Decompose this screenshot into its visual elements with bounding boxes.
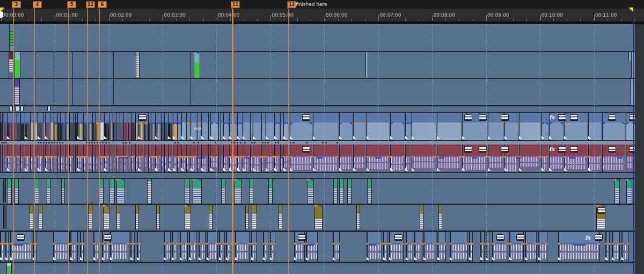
video-clip[interactable] (243, 113, 250, 140)
audio-clip[interactable] (538, 232, 547, 262)
audio-clip[interactable] (17, 145, 20, 172)
audio-clip[interactable] (367, 232, 382, 262)
audio-clip[interactable] (138, 145, 143, 172)
clip-menu-icon[interactable] (558, 146, 566, 153)
track-mini-2[interactable] (0, 173, 635, 178)
audio-clip[interactable] (412, 145, 436, 172)
keyframe-dot[interactable] (62, 142, 63, 143)
audio-clip[interactable] (70, 232, 78, 262)
audio-clip[interactable] (414, 232, 422, 262)
clip[interactable] (99, 179, 103, 204)
video-clip[interactable] (74, 113, 75, 140)
audio-clip[interactable] (130, 232, 135, 262)
keyframe-dot[interactable] (293, 142, 295, 143)
audio-clip[interactable] (612, 232, 620, 262)
audio-clip[interactable] (480, 232, 485, 262)
video-clip[interactable] (339, 113, 352, 140)
keyframe-dot[interactable] (48, 142, 50, 143)
video-clip[interactable] (13, 113, 16, 140)
audio-clip[interactable] (605, 232, 610, 262)
audio-clip[interactable] (270, 232, 275, 262)
audio-clip[interactable] (199, 232, 206, 262)
clip[interactable] (16, 106, 18, 112)
audio-clip[interactable] (43, 145, 45, 172)
clip[interactable] (252, 205, 256, 230)
video-clip[interactable] (96, 113, 99, 140)
clip-menu-icon[interactable] (629, 114, 635, 121)
video-clip[interactable] (280, 113, 283, 140)
keyframe-dot[interactable] (3, 142, 5, 143)
video-clip[interactable] (109, 113, 112, 140)
clip[interactable] (630, 79, 635, 105)
keyframe-dot[interactable] (306, 142, 308, 143)
keyframe-dot[interactable] (237, 142, 238, 143)
audio-clip[interactable] (274, 145, 280, 172)
audio-clip[interactable] (13, 145, 16, 172)
audio-clip[interactable] (164, 232, 171, 262)
keyframe-dot[interactable] (56, 142, 58, 143)
video-clip[interactable] (38, 113, 42, 140)
track-audio-4[interactable]: fx (0, 232, 635, 262)
audio-clip[interactable] (251, 232, 257, 262)
video-clip[interactable] (186, 113, 190, 140)
clip[interactable] (221, 179, 224, 204)
audio-clip[interactable] (250, 145, 252, 172)
video-clip[interactable] (201, 113, 208, 140)
video-clip[interactable] (45, 113, 49, 140)
clip[interactable] (367, 179, 371, 204)
clip[interactable] (6, 263, 11, 274)
video-clip[interactable] (541, 113, 548, 140)
clip[interactable] (614, 179, 619, 204)
clip-menu-icon[interactable] (464, 114, 472, 121)
audio-clip[interactable] (525, 232, 537, 262)
keyframe-dot[interactable] (1, 142, 3, 143)
clip[interactable] (156, 205, 159, 230)
video-clip[interactable] (87, 113, 92, 140)
video-clip[interactable] (60, 113, 64, 140)
clip[interactable] (365, 52, 367, 78)
keyframe-dot[interactable] (97, 142, 98, 143)
track-audio-2[interactable] (0, 179, 635, 204)
audio-clip[interactable] (588, 145, 601, 172)
audio-clip[interactable] (253, 145, 261, 172)
keyframe-dot[interactable] (233, 142, 235, 143)
clip-menu-icon[interactable] (516, 234, 524, 241)
audio-clip[interactable] (57, 145, 60, 172)
keyframe-dot[interactable] (251, 142, 253, 143)
clip[interactable] (356, 205, 359, 230)
keyframe-dot[interactable] (105, 142, 107, 143)
keyframe-dot[interactable] (46, 142, 47, 143)
video-clip[interactable] (261, 113, 265, 140)
clip[interactable] (626, 179, 631, 204)
clip[interactable] (3, 205, 5, 230)
audio-clip[interactable] (266, 145, 274, 172)
clip-menu-icon[interactable] (394, 234, 402, 241)
audio-clip[interactable] (93, 232, 100, 262)
keyframe-dot[interactable] (267, 142, 269, 143)
clip-menu-icon[interactable] (558, 114, 566, 121)
keyframe-dot[interactable] (275, 142, 276, 143)
clip[interactable] (314, 205, 321, 230)
keyframe-dot[interactable] (174, 142, 176, 143)
video-clip[interactable] (30, 113, 33, 140)
keyframe-dot[interactable] (99, 142, 101, 143)
clip[interactable] (193, 179, 201, 204)
video-clip[interactable] (405, 113, 411, 140)
clip[interactable] (14, 52, 19, 78)
clip-menu-icon[interactable] (608, 146, 616, 153)
audio-clip[interactable] (261, 145, 265, 172)
audio-clip[interactable] (486, 232, 489, 262)
clip[interactable] (109, 179, 114, 204)
video-clip[interactable] (353, 113, 365, 140)
clip[interactable] (61, 179, 64, 204)
audio-clip[interactable] (229, 145, 237, 172)
audio-clip[interactable] (383, 232, 388, 262)
video-clip[interactable] (65, 113, 69, 140)
audio-clip[interactable] (30, 145, 33, 172)
audio-clip[interactable] (155, 145, 160, 172)
clip[interactable] (9, 52, 12, 78)
keyframe-dot[interactable] (290, 142, 291, 143)
audio-clip[interactable] (172, 232, 178, 262)
audio-clip[interactable] (469, 232, 473, 262)
video-clip[interactable] (17, 113, 20, 140)
